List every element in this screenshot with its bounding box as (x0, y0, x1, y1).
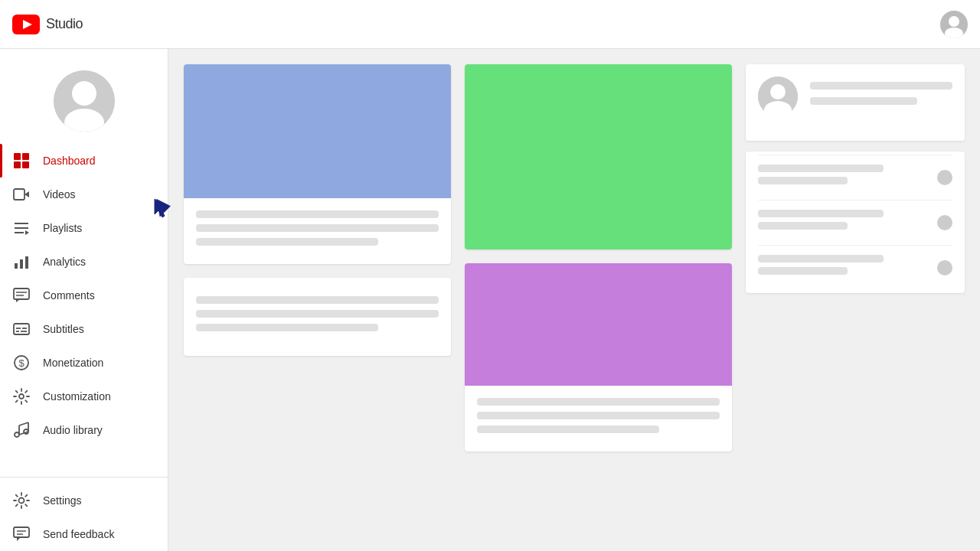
svg-rect-11 (22, 161, 29, 168)
svg-point-39 (19, 498, 24, 504)
card-line (196, 210, 439, 218)
sidebar-item-label-customization: Customization (43, 390, 111, 403)
sidebar-item-videos[interactable]: Videos (0, 178, 168, 211)
card-line (758, 267, 848, 275)
list-avatar-icon (758, 77, 798, 116)
youtube-logo-icon (12, 15, 40, 34)
card-line (196, 324, 378, 331)
avatar-icon (940, 11, 968, 38)
svg-marker-17 (25, 230, 29, 235)
videos-icon (12, 185, 31, 204)
main-content (168, 49, 980, 551)
sidebar-item-label-audio-library: Audio library (43, 424, 103, 436)
svg-point-6 (72, 81, 96, 106)
sidebar-item-playlists[interactable]: Playlists (0, 211, 168, 245)
card-line (758, 177, 848, 184)
audio-library-icon (12, 421, 31, 439)
svg-line-38 (19, 422, 28, 425)
card-text-only (184, 278, 451, 356)
sidebar-item-label-subtitles: Subtitles (43, 323, 84, 335)
feedback-icon (12, 525, 31, 543)
sidebar-item-label-comments: Comments (43, 289, 95, 302)
card-line (758, 165, 884, 172)
monetization-icon: $ (12, 354, 31, 372)
card-line (758, 210, 884, 217)
svg-rect-8 (14, 153, 21, 160)
column-2 (465, 64, 732, 487)
logo-area: Studio (12, 15, 83, 34)
svg-point-3 (949, 16, 959, 27)
list-item-lines (758, 255, 937, 281)
sidebar-nav: Dashboard Videos Playlists Analytics (0, 144, 168, 477)
card-line (477, 425, 659, 433)
sidebar-item-send-feedback[interactable]: Send feedback (0, 517, 168, 551)
list-item-2 (758, 200, 952, 245)
svg-point-46 (770, 84, 786, 99)
svg-rect-18 (15, 263, 18, 269)
card-text-block-2 (184, 278, 451, 356)
svg-rect-9 (22, 153, 29, 160)
list-item-lines (758, 165, 937, 191)
card-line (477, 412, 720, 419)
card-text-block-3 (465, 386, 732, 452)
svg-rect-25 (14, 324, 29, 334)
sidebar-item-label-dashboard: Dashboard (43, 155, 96, 167)
list-circle-icon (937, 260, 952, 276)
sidebar-item-subtitles[interactable]: Subtitles (0, 312, 168, 346)
studio-label: Studio (46, 16, 83, 32)
sidebar-item-comments[interactable]: Comments (0, 279, 168, 312)
card-line (196, 224, 439, 232)
list-circle-icon (937, 215, 952, 230)
sidebar-item-dashboard[interactable]: Dashboard (0, 144, 168, 178)
sidebar-item-label-analytics: Analytics (43, 256, 86, 268)
settings-icon (12, 491, 31, 510)
card-thumbnail-blue (184, 64, 451, 198)
svg-rect-20 (25, 256, 28, 269)
card-line (196, 238, 378, 246)
sidebar-avatar-icon (54, 70, 115, 132)
sidebar-item-label-settings: Settings (43, 494, 82, 507)
comments-icon (12, 286, 31, 305)
svg-point-32 (19, 394, 24, 399)
card-line (810, 97, 916, 105)
card-line (477, 398, 720, 406)
card-line (196, 310, 439, 318)
dashboard-icon (12, 152, 31, 170)
card-line (758, 222, 848, 230)
sidebar-item-settings[interactable]: Settings (0, 484, 168, 517)
sidebar-avatar[interactable] (54, 70, 115, 132)
sidebar-avatar-section (0, 55, 168, 144)
svg-marker-43 (17, 537, 21, 541)
card-line (810, 82, 952, 90)
list-info-lines (810, 82, 952, 111)
list-item-1 (758, 155, 952, 200)
card-avatar-row (758, 77, 952, 116)
svg-rect-12 (14, 189, 24, 200)
sidebar-item-analytics[interactable]: Analytics (0, 245, 168, 279)
list-item-3 (758, 245, 952, 290)
card-thumbnail-green (465, 64, 732, 249)
list-circle-icon (937, 170, 952, 185)
card-thumbnail-purple (465, 263, 732, 386)
card-line (196, 296, 439, 304)
sidebar-item-audio-library[interactable]: Audio library (0, 413, 168, 447)
svg-rect-10 (14, 161, 21, 168)
subtitles-icon (12, 320, 31, 338)
card-purple-thumb (465, 263, 732, 452)
playlists-icon (12, 219, 31, 237)
analytics-icon (12, 253, 31, 271)
list-item-lines (758, 210, 937, 236)
user-avatar-header[interactable] (940, 11, 968, 38)
customization-icon (12, 387, 31, 406)
card-green-thumb (465, 64, 732, 249)
svg-text:$: $ (18, 357, 24, 369)
card-line (758, 255, 884, 262)
sidebar-bottom: Settings Send feedback (0, 477, 168, 551)
column-3 (746, 64, 965, 487)
card-avatar-info (746, 64, 965, 141)
sidebar-item-label-videos: Videos (43, 188, 76, 201)
svg-rect-40 (14, 527, 29, 537)
sidebar-item-customization[interactable]: Customization (0, 380, 168, 413)
svg-rect-21 (14, 289, 29, 299)
sidebar-item-monetization[interactable]: $ Monetization (0, 346, 168, 380)
